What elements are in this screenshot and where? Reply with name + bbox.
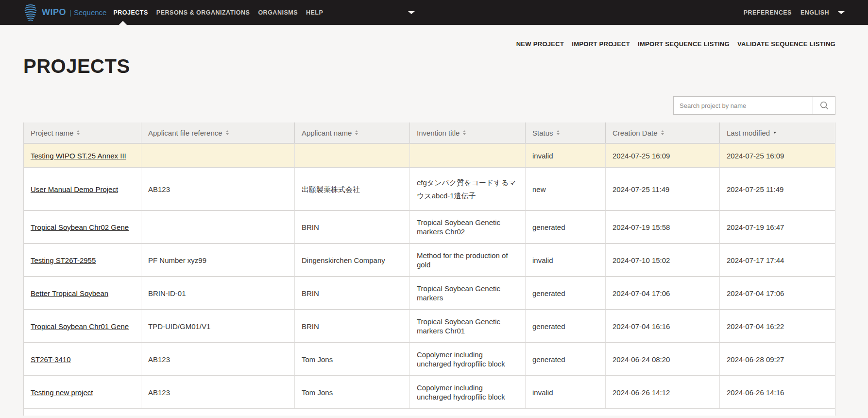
cell-project-name: Tropical Soybean Chr02 Gene bbox=[24, 211, 141, 243]
cell-applicant-name: 出願製薬株式会社 bbox=[295, 168, 410, 210]
page-content: NEW PROJECT IMPORT PROJECT IMPORT SEQUEN… bbox=[0, 40, 868, 416]
cell-invention-title: Method for the production of gold bbox=[410, 244, 526, 276]
cell-applicant-name bbox=[295, 144, 410, 167]
cell-last-modified: 2024-07-17 17:44 bbox=[720, 244, 835, 276]
cell-status: new bbox=[526, 168, 606, 210]
brand-product: Sequence bbox=[74, 8, 107, 17]
cell-status: generated bbox=[526, 277, 606, 309]
column-label: Last modified bbox=[727, 129, 770, 137]
sort-icon bbox=[463, 130, 466, 135]
column-header-creation-date[interactable]: Creation Date bbox=[606, 122, 720, 143]
table-row: Testing ST26T-2955 PF Number xyz99 Dinge… bbox=[24, 243, 835, 276]
cell-last-modified: 2024-07-25 16:09 bbox=[720, 144, 835, 167]
cell-last-modified: 2024-07-19 16:47 bbox=[720, 211, 835, 243]
cell-status: invalid bbox=[526, 144, 606, 167]
cell-applicant-file-reference: PF Number xyz99 bbox=[141, 244, 295, 276]
page-actions: NEW PROJECT IMPORT PROJECT IMPORT SEQUEN… bbox=[23, 40, 835, 48]
nav-item-organisms[interactable]: ORGANISMS bbox=[258, 9, 298, 16]
import-project-button[interactable]: IMPORT PROJECT bbox=[572, 40, 630, 48]
cell-project-name: User Manual Demo Project bbox=[24, 168, 141, 210]
nav-item-persons-organizations[interactable]: PERSONS & ORGANIZATIONS bbox=[156, 9, 250, 16]
nav-more-dropdown[interactable] bbox=[408, 11, 415, 14]
project-link[interactable]: Tropical Soybean Chr01 Gene bbox=[31, 322, 129, 331]
chevron-down-icon bbox=[838, 11, 845, 14]
column-header-status[interactable]: Status bbox=[526, 122, 606, 143]
project-link[interactable]: Better Tropical Soybean bbox=[31, 289, 108, 298]
column-label: Applicant file reference bbox=[148, 129, 222, 137]
chevron-down-icon bbox=[408, 11, 415, 14]
cell-applicant-name: BRIN bbox=[295, 310, 410, 342]
table-row: Tropical Soybean Chr02 Gene BRIN Tropica… bbox=[24, 210, 835, 243]
cell-status: generated bbox=[526, 343, 606, 375]
cell-applicant-name: BRIN bbox=[295, 277, 410, 309]
cell-creation-date: 2024-07-10 15:02 bbox=[606, 244, 720, 276]
nav-right: PREFERENCES ENGLISH bbox=[744, 9, 845, 16]
cell-last-modified: 2024-07-04 16:22 bbox=[720, 310, 835, 342]
cell-last-modified: 2024-06-26 14:16 bbox=[720, 376, 835, 408]
cell-status: invalid bbox=[526, 244, 606, 276]
cell-project-name: Testing WIPO ST.25 Annex III bbox=[24, 144, 141, 167]
page-title: PROJECTS bbox=[23, 54, 835, 78]
column-label: Status bbox=[532, 129, 553, 137]
column-header-last-modified[interactable]: Last modified bbox=[720, 122, 835, 143]
cell-last-modified: 2024-07-25 11:49 bbox=[720, 168, 835, 210]
cell-applicant-name: Tom Jons bbox=[295, 343, 410, 375]
cell-last-modified: 2024-07-04 17:06 bbox=[720, 277, 835, 309]
main-nav: PROJECTS PERSONS & ORGANIZATIONS ORGANIS… bbox=[113, 9, 415, 16]
cell-applicant-file-reference: BRIN-ID-01 bbox=[141, 277, 295, 309]
cell-project-name: Tropical Soybean Chr01 Gene bbox=[24, 310, 141, 342]
brand-wipo: WIPO bbox=[42, 7, 66, 17]
projects-table: Project name Applicant file reference Ap… bbox=[23, 122, 835, 416]
nav-item-projects[interactable]: PROJECTS bbox=[113, 9, 148, 16]
top-navbar: WIPO | Sequence PROJECTS PERSONS & ORGAN… bbox=[0, 0, 868, 25]
column-label: Invention title bbox=[417, 129, 460, 137]
search-button[interactable] bbox=[813, 97, 835, 114]
sort-icon bbox=[557, 130, 560, 135]
sort-icon bbox=[355, 130, 358, 135]
cell-last-modified: 2024-06-28 09:27 bbox=[720, 343, 835, 375]
cell-creation-date: 2024-06-26 14:12 bbox=[606, 376, 720, 408]
search-input[interactable] bbox=[674, 97, 813, 114]
column-header-invention-title[interactable]: Invention title bbox=[410, 122, 526, 143]
import-sequence-listing-button[interactable]: IMPORT SEQUENCE LISTING bbox=[638, 40, 730, 48]
column-label: Applicant name bbox=[302, 129, 352, 137]
table-row: Testing WIPO ST.25 Annex III invalid 202… bbox=[24, 143, 835, 167]
sort-icon bbox=[661, 130, 664, 135]
cell-creation-date: 2024-07-25 11:49 bbox=[606, 168, 720, 210]
wipo-logo[interactable]: WIPO | Sequence bbox=[23, 3, 106, 22]
table-row: ST26T-3410 AB123 Tom Jons Copolymer incl… bbox=[24, 342, 835, 375]
cell-applicant-file-reference: AB123 bbox=[141, 168, 295, 210]
language-selector[interactable]: ENGLISH bbox=[800, 9, 829, 16]
cell-creation-date: 2024-07-04 16:16 bbox=[606, 310, 720, 342]
cell-invention-title: efgタンパク質をコードするマウスabcd-1遺伝子 bbox=[410, 168, 526, 210]
column-header-applicant-file-reference[interactable]: Applicant file reference bbox=[141, 122, 295, 143]
nav-item-preferences[interactable]: PREFERENCES bbox=[744, 9, 792, 16]
project-link[interactable]: Testing new project bbox=[31, 388, 93, 397]
project-link[interactable]: User Manual Demo Project bbox=[31, 183, 118, 196]
table-header: Project name Applicant file reference Ap… bbox=[24, 122, 835, 143]
column-header-applicant-name[interactable]: Applicant name bbox=[295, 122, 410, 143]
brand-separator: | bbox=[69, 8, 71, 17]
cell-applicant-file-reference: AB123 bbox=[141, 343, 295, 375]
cell-applicant-name: BRIN bbox=[295, 211, 410, 243]
table-body: Testing WIPO ST.25 Annex III invalid 202… bbox=[24, 143, 835, 408]
validate-sequence-listing-button[interactable]: VALIDATE SEQUENCE LISTING bbox=[737, 40, 835, 48]
project-link[interactable]: Testing WIPO ST.25 Annex III bbox=[31, 151, 126, 160]
cell-applicant-file-reference bbox=[141, 144, 295, 167]
project-link[interactable]: ST26T-3410 bbox=[31, 355, 71, 364]
new-project-button[interactable]: NEW PROJECT bbox=[516, 40, 564, 48]
wipo-swirl-icon bbox=[23, 3, 38, 22]
column-header-project-name[interactable]: Project name bbox=[24, 122, 141, 143]
cell-invention-title: Copolymer including uncharged hydropfili… bbox=[410, 376, 526, 408]
column-label: Project name bbox=[31, 129, 73, 137]
cell-project-name: Testing new project bbox=[24, 376, 141, 408]
language-dropdown-toggle[interactable] bbox=[838, 11, 845, 14]
project-link[interactable]: Testing ST26T-2955 bbox=[31, 256, 96, 265]
cell-project-name: Better Tropical Soybean bbox=[24, 277, 141, 309]
column-label: Creation Date bbox=[613, 129, 658, 137]
nav-item-help[interactable]: HELP bbox=[306, 9, 323, 16]
cell-invention-title: Copolymer including uncharged hydropfili… bbox=[410, 343, 526, 375]
sort-icon bbox=[226, 130, 229, 135]
cell-creation-date: 2024-07-04 17:06 bbox=[606, 277, 720, 309]
project-link[interactable]: Tropical Soybean Chr02 Gene bbox=[31, 223, 129, 232]
